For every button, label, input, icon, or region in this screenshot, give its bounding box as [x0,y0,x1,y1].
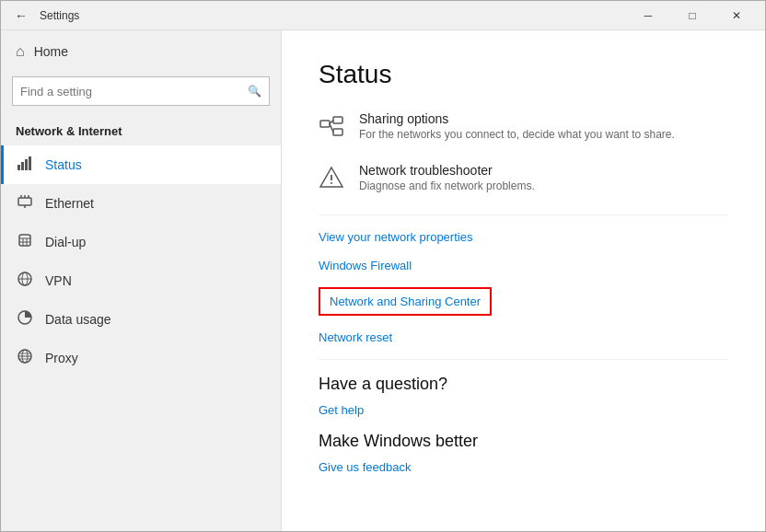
window-title: Settings [40,9,627,22]
sharing-options-item: Sharing options For the networks you con… [319,111,728,145]
divider-1 [319,214,728,215]
troubleshooter-item: Network troubleshooter Diagnose and fix … [319,163,728,196]
sidebar-item-status-label: Status [45,157,82,172]
troubleshooter-text: Network troubleshooter Diagnose and fix … [359,163,535,192]
ethernet-icon [16,193,34,214]
sharing-options-desc: For the networks you connect to, decide … [359,128,675,141]
sidebar-item-status[interactable]: Status [1,145,281,184]
svg-rect-1 [21,162,24,170]
svg-line-27 [330,124,333,133]
titlebar: ← Settings ─ □ ✕ [1,1,765,30]
search-input[interactable] [20,85,248,98]
proxy-icon [16,348,34,368]
sidebar-item-vpn[interactable]: VPN [1,261,281,300]
svg-rect-3 [29,156,31,170]
back-button[interactable]: ← [8,3,34,29]
vpn-icon [16,271,34,291]
view-properties-link[interactable]: View your network properties [319,230,728,244]
get-help-link[interactable]: Get help [319,403,728,417]
windows-firewall-link[interactable]: Windows Firewall [319,259,728,272]
divider-2 [319,359,728,360]
main-content: Status Sharing options For the networks … [282,30,765,531]
sharing-icon [319,113,344,145]
sidebar-item-vpn-label: VPN [45,273,72,288]
sharing-options-title: Sharing options [359,111,675,126]
close-button[interactable]: ✕ [715,1,758,30]
maximize-button[interactable]: □ [671,1,714,30]
search-icon: 🔍 [248,85,261,98]
sidebar-item-proxy[interactable]: Proxy [1,339,281,377]
settings-window: ← Settings ─ □ ✕ ⌂ Home 🔍 Network & Inte… [0,0,766,532]
home-label: Home [34,44,68,59]
troubleshooter-title: Network troubleshooter [359,163,535,178]
sidebar-item-proxy-label: Proxy [45,351,78,365]
sidebar-item-datausage[interactable]: Data usage [1,300,281,339]
minimize-button[interactable]: ─ [627,1,669,30]
have-question-heading: Have a question? [319,375,728,394]
datausage-icon [16,309,34,330]
svg-rect-0 [17,165,20,170]
svg-point-29 [331,182,332,184]
sidebar-item-ethernet[interactable]: Ethernet [1,184,281,223]
page-title: Status [319,60,728,89]
sidebar-section-title: Network & Internet [1,117,281,145]
sidebar-item-datausage-label: Data usage [45,312,111,327]
svg-rect-25 [333,129,342,135]
sidebar: ⌂ Home 🔍 Network & Internet Stat [1,30,282,531]
sidebar-item-dialup[interactable]: Dial-up [1,223,281,261]
svg-rect-24 [333,117,342,123]
svg-rect-9 [19,235,30,246]
svg-rect-23 [320,121,330,127]
content-area: ⌂ Home 🔍 Network & Internet Stat [1,30,765,531]
home-icon: ⌂ [16,43,25,60]
svg-rect-4 [18,198,31,205]
sharing-options-text: Sharing options For the networks you con… [359,111,675,141]
window-controls: ─ □ ✕ [627,1,758,30]
feedback-link[interactable]: Give us feedback [319,460,728,474]
troubleshooter-desc: Diagnose and fix network problems. [359,179,535,192]
network-reset-link[interactable]: Network reset [319,330,728,344]
search-box[interactable]: 🔍 [12,76,270,106]
sidebar-home[interactable]: ⌂ Home [1,30,281,73]
network-sharing-center-link[interactable]: Network and Sharing Center [319,287,492,316]
svg-rect-2 [25,159,28,170]
make-better-heading: Make Windows better [319,432,728,451]
warning-icon [319,165,344,196]
status-icon [16,155,34,175]
sidebar-item-dialup-label: Dial-up [45,235,86,249]
sidebar-item-ethernet-label: Ethernet [45,196,94,211]
dialup-icon [16,232,34,252]
